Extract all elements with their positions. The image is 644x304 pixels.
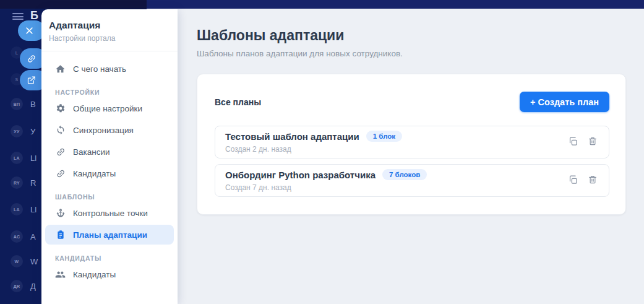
page-title: Шаблоны адаптации (197, 26, 644, 45)
drawer-title: Адаптация (49, 20, 170, 31)
user-name: Ll (30, 205, 36, 214)
plan-info: Онбординг Python разработчика 7 блоков С… (225, 169, 568, 192)
nav-item-label: Синхронизация (73, 126, 134, 135)
nav-item-candidates-sync[interactable]: Кандидаты (45, 163, 174, 183)
plan-list: Тестовый шаблон адаптации 1 блок Создан … (215, 126, 609, 197)
avatar: УУ (11, 125, 23, 137)
copy-icon (568, 136, 578, 149)
people-icon (55, 269, 66, 280)
copy-icon (568, 175, 578, 187)
plan-info: Тестовый шаблон адаптации 1 блок Создан … (225, 131, 568, 154)
nav-item-label: Планы адаптации (73, 230, 147, 240)
trash-icon (588, 175, 598, 186)
user-name: W (30, 257, 38, 266)
plans-panel: Все планы + Создать план Тестовый шаблон… (197, 74, 626, 215)
nav-section-settings: НАСТРОЙКИ (45, 89, 174, 96)
gear-icon (55, 103, 66, 114)
duplicate-plan-button[interactable] (568, 136, 578, 149)
external-link-icon (27, 76, 36, 85)
page-subtitle: Шаблоны планов адаптации для новых сотру… (197, 49, 644, 58)
close-icon (25, 26, 34, 35)
delete-plan-button[interactable] (588, 136, 598, 148)
nav-item-general-settings[interactable]: Общие настройки (45, 98, 174, 118)
plan-created: Создан 7 дн. назад (225, 183, 568, 192)
home-icon (55, 64, 66, 74)
rail-top-strip (0, 0, 147, 9)
nav-item-sync[interactable]: Синхронизация (45, 120, 174, 140)
avatar: W (11, 255, 23, 267)
plan-row[interactable]: Онбординг Python разработчика 7 блоков С… (215, 164, 609, 197)
nav-item-label: Кандидаты (73, 169, 116, 178)
user-name: Д (30, 282, 36, 291)
nav-item-checkpoints[interactable]: Контрольные точки (45, 203, 174, 223)
nav-item-label: Кандидаты (73, 270, 116, 279)
create-plan-button[interactable]: + Создать план (520, 92, 609, 112)
nav-item-vacancies[interactable]: Вакансии (45, 142, 174, 162)
page: { "colors": { "accent": "#1a73e8", "topb… (0, 0, 644, 304)
nav-item-label: С чего начать (73, 64, 126, 74)
duplicate-plan-button[interactable] (568, 175, 578, 187)
nav-item-label: Общие настройки (73, 104, 142, 113)
nav-item-label: Вакансии (73, 147, 110, 157)
user-name: A (30, 232, 36, 241)
avatar: AC (11, 230, 23, 243)
plan-created: Создан 2 дн. назад (225, 145, 568, 154)
avatar: LA (11, 152, 23, 164)
main-content: Шаблоны адаптации Шаблоны планов адаптац… (178, 9, 644, 304)
delete-plan-button[interactable] (588, 175, 598, 186)
avatar: ДR (11, 280, 23, 292)
plan-name: Тестовый шаблон адаптации (225, 131, 359, 142)
drawer-header: Адаптация Настройки портала (41, 9, 178, 51)
link-icon (25, 51, 39, 66)
user-name: В (30, 100, 36, 109)
nav-section-templates: ШАБЛОНЫ (45, 193, 174, 201)
avatar: LA (11, 203, 23, 215)
anchor-icon (55, 208, 66, 219)
nav-item-candidates[interactable]: Кандидаты (45, 264, 174, 284)
nav-section-candidates: КАНДИДАТЫ (45, 254, 174, 262)
clipboard-icon (55, 230, 66, 240)
trash-icon (588, 136, 598, 148)
drawer-subtitle: Настройки портала (49, 34, 170, 43)
avatar: ВП (11, 98, 23, 110)
avatar: RY (11, 176, 23, 189)
user-name: R (30, 178, 36, 188)
user-name: Ll (30, 154, 36, 163)
drawer-nav: С чего начать НАСТРОЙКИ Общие настройки … (41, 51, 178, 284)
hamburger-menu-icon[interactable] (12, 13, 24, 20)
panel-title: Все планы (215, 97, 261, 107)
settings-drawer: Адаптация Настройки портала С чего начат… (41, 9, 178, 304)
sync-icon (55, 125, 66, 136)
plan-row[interactable]: Тестовый шаблон адаптации 1 блок Создан … (215, 126, 609, 159)
plan-name: Онбординг Python разработчика (225, 170, 376, 180)
nav-item-start[interactable]: С чего начать (45, 59, 174, 79)
link-icon (53, 144, 67, 159)
plan-actions (568, 175, 598, 187)
plan-blocks-badge: 1 блок (366, 131, 402, 142)
user-name: У (30, 127, 35, 136)
plan-actions (568, 136, 598, 149)
plan-blocks-badge: 7 блоков (382, 169, 427, 180)
nav-item-label: Контрольные точки (73, 209, 148, 218)
panel-header: Все планы + Создать план (215, 92, 609, 112)
link-icon (53, 166, 67, 181)
nav-item-adaptation-plans[interactable]: Планы адаптации (45, 225, 174, 245)
